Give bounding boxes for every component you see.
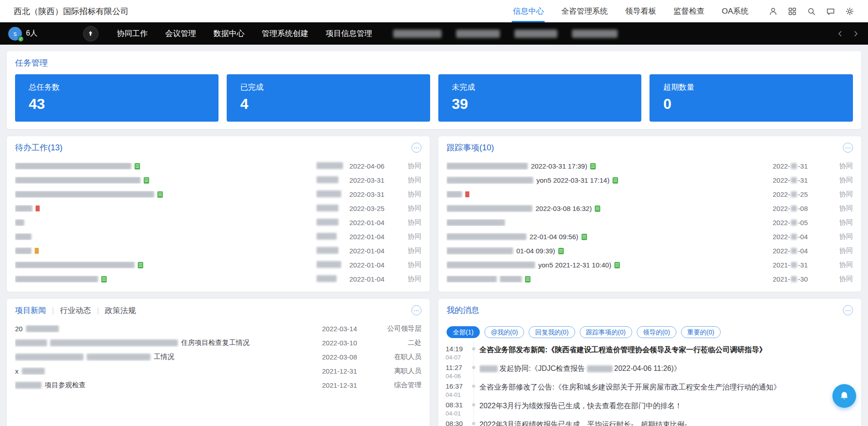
chevron-left-icon[interactable] [836, 30, 844, 38]
apps-grid-icon[interactable] [788, 7, 797, 16]
message-item[interactable]: 08:3104-012022年3月行为绩效报告已生成，快去查看您在部门中的排名！ [446, 400, 853, 419]
tracking-item[interactable]: 2021--30协同 [447, 272, 853, 286]
redacted-text [15, 354, 83, 360]
tracking-item[interactable]: 2022--05协同 [447, 216, 853, 230]
more-icon[interactable]: ⋯ [411, 143, 421, 153]
message-item[interactable]: 11:2704-06发起协同:《JDJC检查报告2022-04-06 11:26… [446, 363, 853, 382]
news-tab[interactable]: 项目新闻 [15, 305, 46, 316]
tracking-item[interactable]: yon5 2022-03-31 17:14)2022--31协同 [447, 173, 853, 187]
item-content: 01-04 09:39) [447, 247, 773, 255]
message-item[interactable]: 08:302022年3月流程绩效报告已生成。平均运行时长-，超期结束比例-。 [446, 419, 853, 426]
topnav-item[interactable]: 监督检查 [672, 0, 705, 22]
topnav-item[interactable]: 领导看板 [624, 0, 657, 22]
item-text: 2022-03-31 17:39) [531, 162, 587, 170]
item-content [15, 219, 317, 226]
news-list: 202022-03-14公司领导层住房项目检查复工情况2022-03-10二处工… [7, 322, 430, 398]
user-avatar[interactable]: s ✓ [8, 27, 22, 41]
item-date: 2022--31 [773, 176, 832, 184]
message-timestamp: 11:2704-06 [446, 363, 468, 380]
todo-item[interactable]: 2022-03-31协同 [15, 173, 421, 187]
workspace-navbar: s ✓ 6人 协同工作会议管理数据中心管理系统创建项目信息管理 [0, 22, 868, 45]
redacted-text [15, 177, 140, 184]
item-tag: 协同 [832, 176, 853, 185]
navbar-pager [836, 30, 860, 38]
redacted-text [317, 219, 338, 226]
item-tag: 协同 [832, 162, 853, 170]
assignee-name [317, 219, 349, 227]
message-filter[interactable]: 跟踪事项的(0) [580, 326, 632, 338]
redacted-text [15, 163, 131, 169]
message-item[interactable]: 16:3704-01全咨业务部修改了公告:《住房和城乡建设部关于开展房屋市政工程… [446, 382, 853, 400]
redacted-text [791, 220, 797, 226]
todo-item[interactable]: 2022-01-04协同 [15, 230, 421, 244]
navbar-item[interactable]: 项目信息管理 [326, 28, 372, 39]
item-text: 2022年3月流程绩效报告已生成。平均运行时长-，超期结束比例-。 [479, 420, 694, 426]
bottom-row: 项目新闻行业动态政策法规 ⋯ 202022-03-14公司领导层住房项目检查复工… [6, 298, 862, 426]
online-check-badge: ✓ [18, 36, 24, 42]
news-tab[interactable]: 政策法规 [91, 305, 135, 316]
more-icon[interactable]: ⋯ [411, 305, 421, 315]
news-item[interactable]: 住房项目检查复工情况2022-03-10二处 [15, 336, 421, 350]
message-text: 全咨业务部发布新闻:《陕西省建设工程造价管理协会领导及专家一行莅临公司调研指导》 [479, 344, 853, 355]
tracking-item[interactable]: 2022-03-08 16:32)2022--08协同 [447, 201, 853, 216]
todo-item[interactable]: 2022-03-25协同 [15, 201, 421, 216]
timeline-rail [468, 363, 479, 382]
topnav-item[interactable]: 信息中心 [512, 0, 545, 22]
navbar-item[interactable]: 数据中心 [213, 28, 244, 39]
item-date: 2022-04-06 [349, 162, 400, 170]
tracking-item[interactable]: 22-01-04 09:56)2022--04协同 [447, 230, 853, 244]
message-filter[interactable]: 回复我的(0) [529, 326, 575, 338]
item-date: 2022-01-04 [349, 275, 400, 283]
topnav-item[interactable]: 全咨管理系统 [560, 0, 608, 22]
tracking-item[interactable]: 2022-03-31 17:39)2022--31协同 [447, 159, 853, 173]
news-tab[interactable]: 行业动态 [46, 305, 91, 316]
message-item[interactable]: 14:1904-07全咨业务部发布新闻:《陕西省建设工程造价管理协会领导及专家一… [446, 344, 853, 363]
item-date: 2021--30 [773, 275, 832, 283]
news-item[interactable]: x2021-12-31离职人员 [15, 364, 421, 378]
redacted-text [15, 219, 24, 226]
chat-icon[interactable] [826, 7, 835, 16]
dashboard-content: 任务管理 总任务数43已完成4未完成39超期数量0 待办工作(13) ⋯ 202… [0, 45, 868, 426]
item-tag: 协同 [832, 204, 853, 213]
tracking-item[interactable]: 01-04 09:39)2022--04协同 [447, 244, 853, 258]
redacted-text [447, 205, 532, 212]
launcher-button[interactable] [83, 26, 99, 41]
news-item[interactable]: 工情况2022-03-08在职人员 [15, 350, 421, 364]
navbar-item[interactable]: 会议管理 [165, 28, 196, 39]
redacted-text [317, 233, 337, 240]
news-item[interactable]: 202022-03-14公司领导层 [15, 322, 421, 336]
todo-item[interactable]: 2022-03-31协同 [15, 187, 421, 201]
todo-panel-header: 待办工作(13) ⋯ [7, 136, 430, 159]
document-icon [595, 205, 600, 212]
notifications-fab[interactable] [832, 384, 856, 408]
search-icon[interactable] [807, 7, 816, 16]
todo-item[interactable]: 2022-04-06协同 [15, 159, 421, 173]
tracking-item[interactable]: 2022--25协同 [447, 187, 853, 201]
date-year: 2022- [773, 176, 790, 184]
more-icon[interactable]: ⋯ [843, 305, 853, 315]
navbar-item[interactable]: 管理系统创建 [262, 28, 308, 39]
message-filter[interactable]: 全部(1) [447, 326, 480, 338]
up-arrow-icon [87, 30, 94, 37]
more-icon[interactable]: ⋯ [843, 143, 853, 153]
navbar-item[interactable]: 协同工作 [117, 28, 148, 39]
topnav-item[interactable]: OA系统 [721, 0, 749, 22]
assignee-name [317, 261, 349, 269]
stat-label: 超期数量 [663, 82, 853, 92]
message-filter[interactable]: 领导的(0) [637, 326, 676, 338]
chevron-right-icon[interactable] [852, 30, 860, 38]
user-icon[interactable] [769, 7, 778, 16]
todo-item[interactable]: 2022-01-04协同 [15, 244, 421, 258]
gear-icon[interactable] [845, 7, 854, 16]
item-date: 2022--04 [773, 247, 832, 255]
redacted-text [447, 177, 533, 184]
todo-item[interactable]: 2022-01-04协同 [15, 272, 421, 286]
message-filter[interactable]: @我的(0) [484, 326, 524, 338]
message-filter[interactable]: 重要的(0) [681, 326, 721, 338]
news-item[interactable]: 项目参观检查2021-12-31综合管理 [15, 378, 421, 392]
item-content [15, 163, 317, 169]
redacted-text [791, 262, 797, 268]
tracking-item[interactable]: yon5 2021-12-31 10:40)2021--31协同 [447, 258, 853, 272]
todo-item[interactable]: 2022-01-04协同 [15, 216, 421, 230]
todo-item[interactable]: 2022-01-04协同 [15, 258, 421, 272]
